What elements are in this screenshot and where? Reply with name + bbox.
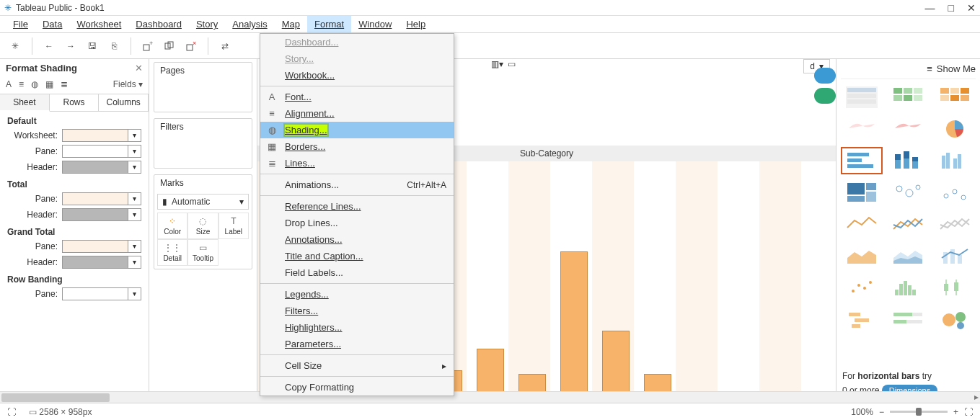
rowband-pane-color[interactable]: ▾ <box>62 287 141 300</box>
font-icon[interactable]: A <box>6 79 12 89</box>
menu-dashboard[interactable]: Dashboard <box>128 16 189 32</box>
viz-packed-bubbles[interactable] <box>934 305 976 333</box>
format-copy-formatting[interactable]: Copy Formatting <box>260 379 454 396</box>
format-lines[interactable]: ≣Lines... <box>260 155 454 171</box>
default-header-color[interactable]: ▾ <box>62 161 141 174</box>
viz-filled-map[interactable] <box>887 115 929 143</box>
tab-rows[interactable]: Rows <box>50 94 100 111</box>
tab-sheet[interactable]: Sheet <box>0 94 50 112</box>
zoom-slider[interactable] <box>890 411 948 413</box>
menu-analysis[interactable]: Analysis <box>225 16 274 32</box>
view-toolbar-icon[interactable]: ▥▾ <box>491 59 503 69</box>
grandtotal-pane-color[interactable]: ▾ <box>62 240 141 253</box>
columns-pill[interactable] <box>814 68 836 84</box>
format-workbook[interactable]: Workbook... <box>260 67 454 84</box>
viz-box-plot[interactable] <box>934 274 976 301</box>
grandtotal-header-color[interactable]: ▾ <box>62 256 141 269</box>
menu-map[interactable]: Map <box>275 16 307 32</box>
bar-8[interactable] <box>560 251 588 403</box>
total-pane-color[interactable]: ▾ <box>62 192 141 205</box>
viz-dual-line[interactable] <box>934 210 976 238</box>
filters-shelf[interactable]: Filters <box>154 118 252 169</box>
forward-button[interactable]: → <box>61 37 80 55</box>
format-cell-size[interactable]: Cell Size▸ <box>260 357 454 374</box>
format-highlighters[interactable]: Highlighters... <box>260 319 454 336</box>
zoom-in-button[interactable]: + <box>953 407 958 417</box>
show-me-toggle[interactable]: ≡ Show Me <box>841 62 976 79</box>
format-panel-close-icon[interactable]: ✕ <box>135 63 143 73</box>
menu-format[interactable]: Format <box>307 16 351 32</box>
viz-side-by-side-bar[interactable] <box>934 147 976 174</box>
format-font[interactable]: AFont... <box>260 89 454 105</box>
clear-sheet-button[interactable]: × <box>182 37 200 55</box>
format-drop-lines[interactable]: Drop Lines... <box>260 215 454 231</box>
default-pane-color[interactable]: ▾ <box>62 145 141 158</box>
format-animations[interactable]: Animations...Ctrl+Alt+A <box>260 177 454 193</box>
format-field-labels[interactable]: Field Labels... <box>260 264 454 281</box>
swap-button[interactable]: ⇄ <box>216 37 234 55</box>
viz-line-continuous[interactable] <box>841 210 883 238</box>
zoom-out-button[interactable]: − <box>879 407 884 417</box>
shading-icon[interactable]: ◍ <box>31 79 38 89</box>
selection-icon[interactable]: ⛶ <box>7 407 16 417</box>
borders-icon[interactable]: ▦ <box>45 79 53 89</box>
alignment-icon[interactable]: ≡ <box>19 79 24 89</box>
marks-tooltip-button[interactable]: ▭Tooltip <box>187 239 218 266</box>
back-button[interactable]: ← <box>40 37 58 55</box>
tab-columns[interactable]: Columns <box>99 94 149 111</box>
viz-dual-combination[interactable] <box>934 242 976 269</box>
viz-line-discrete[interactable] <box>887 210 929 238</box>
menu-window[interactable]: Window <box>351 16 399 32</box>
format-parameters[interactable]: Parameters... <box>260 336 454 352</box>
format-annotations[interactable]: Annotations... <box>260 231 454 248</box>
marks-label-button[interactable]: TLabel <box>218 213 249 239</box>
format-dashboard[interactable]: Dashboard... <box>260 34 454 50</box>
menu-data[interactable]: Data <box>35 16 69 32</box>
new-worksheet-button[interactable]: + <box>138 37 157 55</box>
marks-color-button[interactable]: ⁘Color <box>157 213 187 239</box>
menu-file[interactable]: File <box>6 16 35 32</box>
default-worksheet-color[interactable]: ▾ <box>62 129 141 142</box>
fit-screen-button[interactable]: ⛶ <box>964 407 973 417</box>
menu-story[interactable]: Story <box>189 16 225 32</box>
save-button[interactable]: 🖫 <box>83 37 102 55</box>
format-legends[interactable]: Legends... <box>260 286 454 303</box>
format-shading[interactable]: ◍Shading... <box>260 122 454 138</box>
format-title-caption[interactable]: Title and Caption... <box>260 248 454 264</box>
rows-pill[interactable] <box>814 88 836 104</box>
maximize-button[interactable]: □ <box>948 2 954 14</box>
viz-stacked-bar[interactable] <box>887 147 929 174</box>
viz-area-discrete[interactable] <box>887 242 929 269</box>
horizontal-scrollbar[interactable]: ▸ <box>0 391 980 403</box>
tableau-icon[interactable]: ✳ <box>6 37 25 55</box>
menu-worksheet[interactable]: Worksheet <box>69 16 128 32</box>
lines-icon[interactable]: ≣ <box>61 79 68 89</box>
fields-dropdown[interactable]: Fields ▾ <box>113 79 143 89</box>
new-data-button[interactable]: ⎘ <box>105 37 123 55</box>
marks-detail-button[interactable]: ⋮⋮Detail <box>157 239 187 266</box>
format-story[interactable]: Story... <box>260 50 454 67</box>
viz-area-continuous[interactable] <box>841 242 883 269</box>
viz-treemap[interactable] <box>841 179 883 206</box>
viz-histogram[interactable] <box>887 274 929 301</box>
marks-size-button[interactable]: ◌Size <box>187 213 218 239</box>
format-reference-lines[interactable]: Reference Lines... <box>260 198 454 215</box>
viz-gantt[interactable] <box>841 305 883 333</box>
marks-type-dropdown[interactable]: ▮ Automatic ▾ <box>157 194 249 210</box>
viz-horizontal-bar[interactable] <box>841 147 883 174</box>
total-header-color[interactable]: ▾ <box>62 208 141 221</box>
viz-pie[interactable] <box>934 115 976 143</box>
viz-bullet[interactable] <box>887 305 929 333</box>
minimize-button[interactable]: — <box>925 2 935 14</box>
format-alignment[interactable]: ≡Alignment... <box>260 105 454 122</box>
viz-circle-views[interactable] <box>887 179 929 206</box>
viz-symbol-map[interactable] <box>841 115 883 143</box>
viz-heatmap[interactable] <box>887 84 929 111</box>
menu-help[interactable]: Help <box>399 16 433 32</box>
viz-side-circles[interactable] <box>934 179 976 206</box>
format-borders[interactable]: ▦Borders... <box>260 138 454 155</box>
pages-shelf[interactable]: Pages <box>154 62 252 112</box>
format-filters[interactable]: Filters... <box>260 303 454 319</box>
viz-highlight-table[interactable] <box>934 84 976 111</box>
close-button[interactable]: ✕ <box>967 2 976 14</box>
